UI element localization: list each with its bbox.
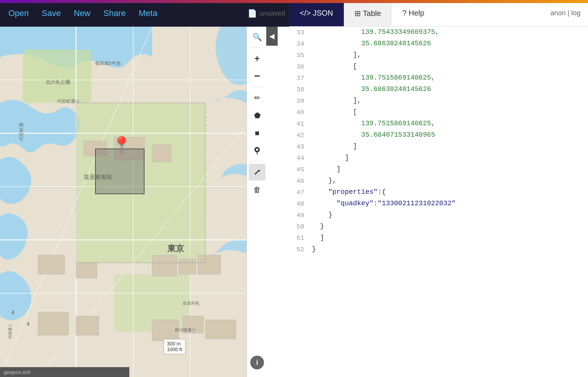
map-svg: 北の丸公園 皇居東御苑 代官町通 代官町通り 都高速5号池 東京 皇居外苑 鍛冶… bbox=[0, 27, 266, 377]
search-button[interactable]: 🔍 bbox=[249, 29, 265, 45]
json-line-38: 38 35.68630240145626 bbox=[289, 84, 588, 95]
line-num-52: 52 bbox=[289, 244, 312, 255]
delete-button[interactable]: 🗑 bbox=[249, 181, 265, 198]
svg-rect-23 bbox=[76, 316, 99, 335]
new-button[interactable]: New bbox=[69, 6, 95, 20]
json-line-50: 50 } bbox=[289, 221, 588, 232]
info-button[interactable]: i bbox=[250, 356, 264, 369]
line-content-48: "quadkey":"13300211231022032" bbox=[312, 198, 588, 209]
right-topbar: </> JSON ⊞ Table ? Help anon | log bbox=[289, 0, 588, 27]
edit-icon bbox=[253, 168, 261, 176]
json-line-35: 35 ], bbox=[289, 50, 588, 61]
table-tab-label: ⊞ Table bbox=[354, 9, 381, 18]
svg-text:皇居外苑: 皇居外苑 bbox=[183, 301, 199, 305]
top-gradient bbox=[0, 0, 588, 3]
map-container[interactable]: 北の丸公園 皇居東御苑 代官町通 代官町通り 都高速5号池 東京 皇居外苑 鍛冶… bbox=[0, 27, 266, 377]
info-icon: i bbox=[256, 359, 258, 367]
line-content-38: 35.68630240145626 bbox=[312, 84, 588, 95]
line-content-49: } bbox=[312, 209, 588, 220]
svg-text:東京: 東京 bbox=[167, 244, 184, 253]
edit-button[interactable] bbox=[249, 164, 265, 181]
separator bbox=[250, 48, 264, 48]
line-content-41: 139.7515869140625, bbox=[312, 118, 588, 129]
map-toolbar: 🔍 + − ✏ ⬟ ■ 🗑 i bbox=[246, 27, 267, 377]
json-panel[interactable]: 33 139.75433349609375, 34 35.68630240145… bbox=[289, 27, 588, 377]
json-line-34: 34 35.68630240145626 bbox=[289, 38, 588, 50]
json-line-33: 33 139.75433349609375, bbox=[289, 27, 588, 38]
line-num-36: 36 bbox=[289, 61, 312, 72]
line-content-34: 35.68630240145626 bbox=[312, 38, 588, 49]
save-button[interactable]: Save bbox=[37, 6, 65, 20]
svg-text:都高速5号池: 都高速5号池 bbox=[95, 61, 121, 66]
marker-icon bbox=[253, 146, 261, 155]
tab-json[interactable]: </> JSON bbox=[289, 0, 344, 26]
open-button[interactable]: Open bbox=[4, 6, 33, 20]
draw-line-button[interactable]: ✏ bbox=[249, 89, 265, 106]
line-num-39: 39 bbox=[289, 95, 312, 106]
meta-button[interactable]: Meta bbox=[134, 6, 162, 20]
json-line-45: 45 ] bbox=[289, 164, 588, 175]
line-content-51: ] bbox=[312, 232, 588, 243]
json-line-39: 39 ], bbox=[289, 95, 588, 107]
line-content-37: 139.7515869140625, bbox=[312, 72, 588, 83]
line-num-49: 49 bbox=[289, 209, 312, 220]
svg-rect-21 bbox=[198, 255, 221, 274]
json-line-42: 42 35.684071533140965 bbox=[289, 129, 588, 141]
line-num-42: 42 bbox=[289, 129, 312, 141]
tab-help[interactable]: ? Help bbox=[392, 0, 435, 26]
line-content-46: }, bbox=[312, 175, 588, 186]
json-line-48: 48 "quadkey":"13300211231022032" bbox=[289, 198, 588, 209]
share-button[interactable]: Share bbox=[99, 6, 130, 20]
json-line-47: 47 "properties":{ bbox=[289, 187, 588, 198]
zoom-in-button[interactable]: + bbox=[249, 50, 265, 67]
svg-rect-22 bbox=[38, 312, 68, 335]
add-marker-button[interactable] bbox=[249, 142, 265, 159]
svg-rect-17 bbox=[38, 255, 65, 274]
json-line-36: 36 [ bbox=[289, 61, 588, 72]
line-num-35: 35 bbox=[289, 50, 312, 61]
svg-rect-26 bbox=[205, 320, 236, 339]
line-content-45: ] bbox=[312, 164, 588, 175]
line-content-35: ], bbox=[312, 50, 588, 61]
line-num-43: 43 bbox=[289, 141, 312, 152]
scale-1000ft: 1000 ft bbox=[167, 347, 182, 352]
collapse-panel-button[interactable]: ◀ bbox=[266, 27, 278, 46]
line-content-42: 35.684071533140965 bbox=[312, 129, 588, 141]
footer-url: geojson.io/# bbox=[0, 367, 129, 377]
help-tab-label: ? Help bbox=[402, 9, 424, 18]
svg-text:北の丸公園: 北の丸公園 bbox=[46, 79, 70, 85]
tab-table[interactable]: ⊞ Table bbox=[344, 0, 392, 26]
line-content-47: "properties":{ bbox=[312, 187, 588, 198]
line-num-38: 38 bbox=[289, 84, 312, 95]
scale-bar: 300 m 1000 ft bbox=[164, 339, 186, 354]
line-num-51: 51 bbox=[289, 232, 312, 243]
draw-rectangle-button[interactable]: ■ bbox=[249, 125, 265, 141]
line-num-34: 34 bbox=[289, 38, 312, 49]
svg-text:鍛冶橋通り: 鍛冶橋通り bbox=[175, 327, 196, 332]
file-icon: 📄 bbox=[248, 9, 257, 18]
draw-polygon-button[interactable]: ⬟ bbox=[249, 107, 265, 124]
svg-text:4: 4 bbox=[27, 321, 30, 327]
svg-rect-16 bbox=[152, 145, 171, 162]
svg-rect-19 bbox=[152, 255, 177, 276]
unsaved-label: unsaved bbox=[259, 10, 285, 18]
line-content-44: ] bbox=[312, 152, 588, 163]
json-tab-label: </> JSON bbox=[300, 9, 333, 18]
line-num-44: 44 bbox=[289, 152, 312, 163]
line-content-39: ], bbox=[312, 95, 588, 106]
json-line-41: 41 139.7515869140625, bbox=[289, 118, 588, 129]
svg-text:代官町通: 代官町通 bbox=[19, 123, 24, 141]
unsaved-area: 📄 unsaved bbox=[248, 9, 285, 18]
map-selection-rect bbox=[95, 149, 145, 194]
line-num-33: 33 bbox=[289, 27, 312, 38]
svg-text:内堀通り: 内堀通り bbox=[8, 324, 12, 339]
line-num-47: 47 bbox=[289, 187, 312, 198]
zoom-out-button[interactable]: − bbox=[249, 68, 265, 85]
svg-rect-18 bbox=[76, 263, 97, 278]
line-content-40: [ bbox=[312, 107, 588, 118]
svg-rect-1 bbox=[23, 50, 91, 103]
separator2 bbox=[250, 87, 264, 87]
line-num-40: 40 bbox=[289, 107, 312, 118]
line-num-46: 46 bbox=[289, 175, 312, 186]
line-content-33: 139.75433349609375, bbox=[312, 27, 588, 38]
